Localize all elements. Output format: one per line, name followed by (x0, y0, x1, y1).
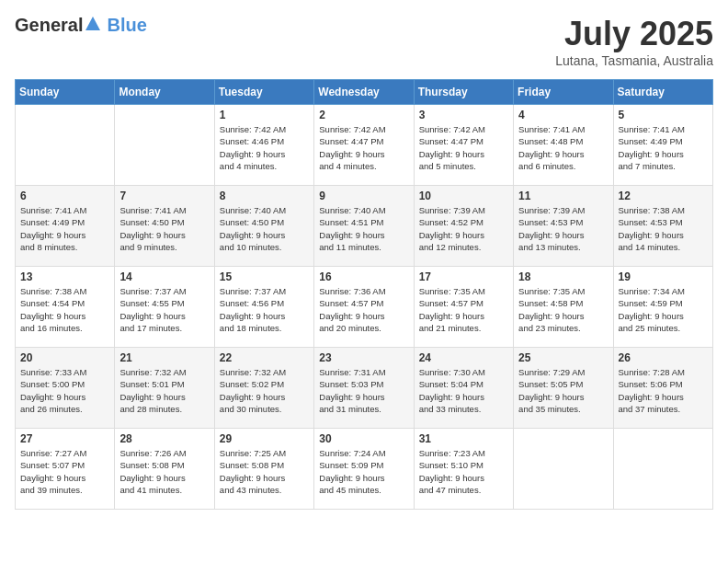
calendar-week-row: 1Sunrise: 7:42 AM Sunset: 4:46 PM Daylig… (16, 105, 713, 186)
day-info: Sunrise: 7:38 AM Sunset: 4:54 PM Dayligh… (20, 285, 109, 334)
logo-triangle-icon (85, 16, 101, 32)
calendar-cell: 9Sunrise: 7:40 AM Sunset: 4:51 PM Daylig… (314, 186, 414, 267)
day-info: Sunrise: 7:37 AM Sunset: 4:55 PM Dayligh… (119, 285, 209, 334)
calendar-cell: 28Sunrise: 7:26 AM Sunset: 5:08 PM Dayli… (115, 429, 214, 510)
day-info: Sunrise: 7:32 AM Sunset: 5:02 PM Dayligh… (220, 366, 309, 415)
day-info: Sunrise: 7:41 AM Sunset: 4:48 PM Dayligh… (518, 123, 608, 172)
day-number: 11 (518, 190, 608, 202)
logo-blue: Blue (107, 15, 146, 35)
day-number: 6 (20, 190, 109, 202)
day-info: Sunrise: 7:24 AM Sunset: 5:09 PM Dayligh… (319, 447, 408, 496)
calendar-cell: 17Sunrise: 7:35 AM Sunset: 4:57 PM Dayli… (414, 267, 513, 348)
calendar-cell: 2Sunrise: 7:42 AM Sunset: 4:47 PM Daylig… (314, 105, 414, 186)
day-number: 2 (319, 109, 408, 121)
day-number: 25 (518, 351, 608, 364)
calendar-cell (613, 429, 712, 510)
day-info: Sunrise: 7:25 AM Sunset: 5:08 PM Dayligh… (220, 447, 309, 496)
calendar-day-header: Friday (514, 80, 613, 105)
calendar-day-header: Sunday (16, 80, 115, 105)
day-number: 30 (319, 432, 408, 445)
day-number: 16 (319, 270, 408, 283)
day-number: 26 (619, 351, 708, 364)
calendar-title: July 2025 (555, 15, 713, 53)
calendar-cell: 18Sunrise: 7:35 AM Sunset: 4:58 PM Dayli… (514, 267, 613, 348)
day-number: 5 (619, 109, 708, 121)
calendar-cell: 24Sunrise: 7:30 AM Sunset: 5:04 PM Dayli… (414, 348, 513, 429)
calendar-cell: 13Sunrise: 7:38 AM Sunset: 4:54 PM Dayli… (16, 267, 115, 348)
day-info: Sunrise: 7:23 AM Sunset: 5:10 PM Dayligh… (419, 447, 508, 496)
day-info: Sunrise: 7:35 AM Sunset: 4:57 PM Dayligh… (419, 285, 508, 334)
calendar-cell: 19Sunrise: 7:34 AM Sunset: 4:59 PM Dayli… (613, 267, 712, 348)
day-number: 24 (419, 351, 508, 364)
day-info: Sunrise: 7:42 AM Sunset: 4:46 PM Dayligh… (220, 123, 309, 172)
day-info: Sunrise: 7:38 AM Sunset: 4:53 PM Dayligh… (619, 204, 708, 253)
calendar-cell: 7Sunrise: 7:41 AM Sunset: 4:50 PM Daylig… (115, 186, 214, 267)
calendar-cell: 20Sunrise: 7:33 AM Sunset: 5:00 PM Dayli… (16, 348, 115, 429)
day-number: 31 (419, 432, 508, 445)
calendar-cell: 6Sunrise: 7:41 AM Sunset: 4:49 PM Daylig… (16, 186, 115, 267)
day-number: 14 (119, 270, 209, 283)
calendar-location: Lutana, Tasmania, Australia (555, 53, 713, 68)
page-header: General Blue July 2025 Lutana, Tasmania,… (15, 15, 713, 68)
day-info: Sunrise: 7:32 AM Sunset: 5:01 PM Dayligh… (119, 366, 209, 415)
calendar-cell: 26Sunrise: 7:28 AM Sunset: 5:06 PM Dayli… (613, 348, 712, 429)
day-number: 23 (319, 351, 408, 364)
calendar-cell: 22Sunrise: 7:32 AM Sunset: 5:02 PM Dayli… (214, 348, 313, 429)
day-info: Sunrise: 7:27 AM Sunset: 5:07 PM Dayligh… (20, 447, 109, 496)
calendar-cell: 15Sunrise: 7:37 AM Sunset: 4:56 PM Dayli… (214, 267, 313, 348)
calendar-cell: 16Sunrise: 7:36 AM Sunset: 4:57 PM Dayli… (314, 267, 414, 348)
calendar-cell (16, 105, 115, 186)
day-number: 3 (419, 109, 508, 121)
day-info: Sunrise: 7:30 AM Sunset: 5:04 PM Dayligh… (419, 366, 508, 415)
day-number: 29 (220, 432, 309, 445)
day-info: Sunrise: 7:41 AM Sunset: 4:49 PM Dayligh… (619, 123, 708, 172)
calendar-cell: 8Sunrise: 7:40 AM Sunset: 4:50 PM Daylig… (214, 186, 313, 267)
day-info: Sunrise: 7:40 AM Sunset: 4:51 PM Dayligh… (319, 204, 408, 253)
calendar-cell: 4Sunrise: 7:41 AM Sunset: 4:48 PM Daylig… (514, 105, 613, 186)
day-number: 28 (119, 432, 209, 445)
calendar-header-row: SundayMondayTuesdayWednesdayThursdayFrid… (16, 80, 713, 105)
day-number: 13 (20, 270, 109, 283)
day-info: Sunrise: 7:26 AM Sunset: 5:08 PM Dayligh… (119, 447, 209, 496)
calendar-week-row: 6Sunrise: 7:41 AM Sunset: 4:49 PM Daylig… (16, 186, 713, 267)
day-number: 22 (220, 351, 309, 364)
calendar-day-header: Tuesday (214, 80, 313, 105)
calendar-day-header: Thursday (414, 80, 513, 105)
day-number: 18 (518, 270, 608, 283)
day-info: Sunrise: 7:42 AM Sunset: 4:47 PM Dayligh… (319, 123, 408, 172)
calendar-day-header: Monday (115, 80, 214, 105)
day-info: Sunrise: 7:34 AM Sunset: 4:59 PM Dayligh… (619, 285, 708, 334)
day-number: 21 (119, 351, 209, 364)
calendar-week-row: 27Sunrise: 7:27 AM Sunset: 5:07 PM Dayli… (16, 429, 713, 510)
calendar-cell: 11Sunrise: 7:39 AM Sunset: 4:53 PM Dayli… (514, 186, 613, 267)
calendar-cell: 31Sunrise: 7:23 AM Sunset: 5:10 PM Dayli… (414, 429, 513, 510)
calendar-cell: 3Sunrise: 7:42 AM Sunset: 4:47 PM Daylig… (414, 105, 513, 186)
day-info: Sunrise: 7:39 AM Sunset: 4:52 PM Dayligh… (419, 204, 508, 253)
day-number: 20 (20, 351, 109, 364)
day-number: 7 (119, 190, 209, 202)
logo: General Blue (15, 15, 147, 36)
day-number: 10 (419, 190, 508, 202)
logo-general: General (15, 15, 83, 36)
day-info: Sunrise: 7:37 AM Sunset: 4:56 PM Dayligh… (220, 285, 309, 334)
day-number: 19 (619, 270, 708, 283)
calendar-week-row: 20Sunrise: 7:33 AM Sunset: 5:00 PM Dayli… (16, 348, 713, 429)
calendar-day-header: Wednesday (314, 80, 414, 105)
day-number: 8 (220, 190, 309, 202)
day-info: Sunrise: 7:39 AM Sunset: 4:53 PM Dayligh… (518, 204, 608, 253)
calendar-cell: 5Sunrise: 7:41 AM Sunset: 4:49 PM Daylig… (613, 105, 712, 186)
calendar-cell: 30Sunrise: 7:24 AM Sunset: 5:09 PM Dayli… (314, 429, 414, 510)
svg-marker-0 (85, 17, 100, 30)
day-number: 17 (419, 270, 508, 283)
calendar-cell: 1Sunrise: 7:42 AM Sunset: 4:46 PM Daylig… (214, 105, 313, 186)
calendar-cell: 14Sunrise: 7:37 AM Sunset: 4:55 PM Dayli… (115, 267, 214, 348)
calendar-cell: 29Sunrise: 7:25 AM Sunset: 5:08 PM Dayli… (214, 429, 313, 510)
day-info: Sunrise: 7:28 AM Sunset: 5:06 PM Dayligh… (619, 366, 708, 415)
day-info: Sunrise: 7:35 AM Sunset: 4:58 PM Dayligh… (518, 285, 608, 334)
day-info: Sunrise: 7:29 AM Sunset: 5:05 PM Dayligh… (518, 366, 608, 415)
calendar-cell (115, 105, 214, 186)
day-number: 12 (619, 190, 708, 202)
calendar-cell: 23Sunrise: 7:31 AM Sunset: 5:03 PM Dayli… (314, 348, 414, 429)
day-number: 27 (20, 432, 109, 445)
day-info: Sunrise: 7:31 AM Sunset: 5:03 PM Dayligh… (319, 366, 408, 415)
